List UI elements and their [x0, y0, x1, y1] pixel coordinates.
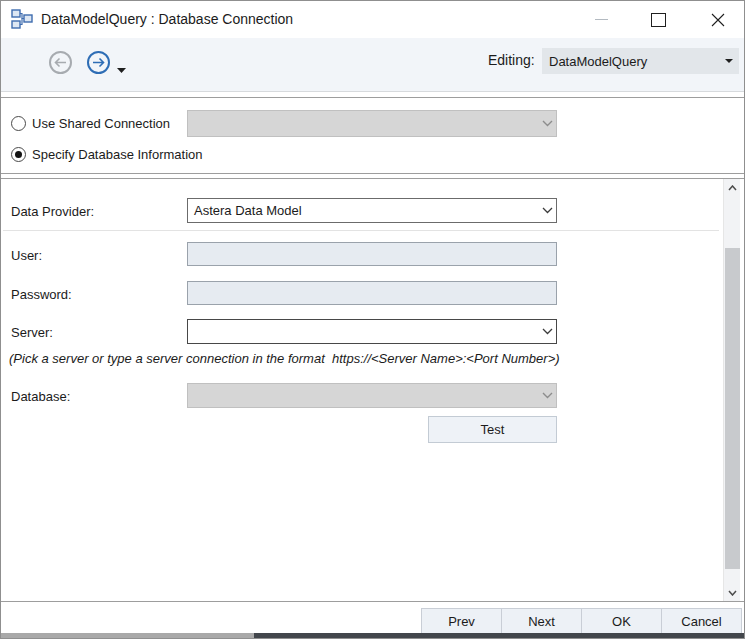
- chevron-down-icon: [538, 392, 556, 399]
- database-dropdown: [187, 383, 557, 408]
- data-provider-value: Astera Data Model: [188, 203, 538, 218]
- server-combobox[interactable]: [187, 319, 557, 344]
- radio-selected-dot: [15, 151, 22, 158]
- server-hint-text: (Pick a server or type a server connecti…: [9, 351, 560, 366]
- use-shared-connection-label[interactable]: Use Shared Connection: [32, 116, 170, 132]
- maximize-button[interactable]: [636, 1, 680, 38]
- shared-connection-dropdown: [187, 110, 557, 137]
- user-input[interactable]: [187, 242, 557, 266]
- chevron-down-icon[interactable]: [538, 207, 556, 214]
- database-label: Database:: [11, 389, 70, 404]
- radio-specify-database-information[interactable]: [11, 147, 26, 162]
- chevron-up-icon: [728, 185, 737, 191]
- scrollbar-thumb[interactable]: [725, 248, 740, 569]
- back-arrow-icon: [54, 57, 67, 68]
- caret-down-icon: [725, 59, 733, 63]
- password-input[interactable]: [187, 281, 557, 305]
- minimize-button: [579, 1, 623, 38]
- database-connection-dialog: DataModelQuery : Database Connection Edi…: [0, 0, 745, 639]
- close-button[interactable]: [696, 1, 740, 38]
- minimize-icon: [595, 19, 608, 20]
- editing-dropdown[interactable]: DataModelQuery: [542, 48, 739, 74]
- editing-dropdown-arrow[interactable]: [719, 48, 739, 74]
- scroll-up-button[interactable]: [724, 179, 740, 196]
- close-icon: [711, 13, 725, 27]
- bottom-strip-light: [1, 633, 254, 639]
- next-button[interactable]: Next: [501, 608, 582, 634]
- chevron-down-icon: [728, 590, 737, 596]
- data-provider-label: Data Provider:: [11, 204, 94, 219]
- bottom-edge-strip: [1, 633, 744, 639]
- row-separator: [3, 230, 719, 231]
- scroll-down-button[interactable]: [724, 584, 740, 601]
- maximize-icon: [651, 13, 666, 27]
- test-button[interactable]: Test: [428, 416, 557, 443]
- back-button: [49, 51, 72, 74]
- prev-button[interactable]: Prev: [421, 608, 502, 634]
- editing-dropdown-value: DataModelQuery: [542, 54, 719, 69]
- chevron-down-icon: [538, 120, 556, 127]
- cancel-button[interactable]: Cancel: [661, 608, 742, 634]
- server-label: Server:: [11, 325, 53, 340]
- editing-label: Editing:: [488, 52, 535, 68]
- specify-database-information-label[interactable]: Specify Database Information: [32, 147, 203, 163]
- ok-button[interactable]: OK: [581, 608, 662, 634]
- title-bar: DataModelQuery : Database Connection: [1, 1, 744, 38]
- forward-button[interactable]: [87, 51, 110, 74]
- vertical-scrollbar[interactable]: [723, 179, 740, 601]
- chevron-down-icon[interactable]: [538, 328, 556, 335]
- forward-menu-caret[interactable]: [117, 59, 126, 77]
- window-title: DataModelQuery : Database Connection: [41, 1, 293, 38]
- password-label: Password:: [11, 287, 72, 302]
- forward-arrow-icon: [92, 57, 105, 68]
- bottom-strip-dark: [254, 633, 745, 639]
- radio-use-shared-connection[interactable]: [11, 116, 26, 131]
- data-model-icon: [11, 9, 33, 30]
- caret-down-icon: [117, 68, 126, 73]
- user-label: User:: [11, 248, 42, 263]
- data-provider-dropdown[interactable]: Astera Data Model: [187, 198, 557, 223]
